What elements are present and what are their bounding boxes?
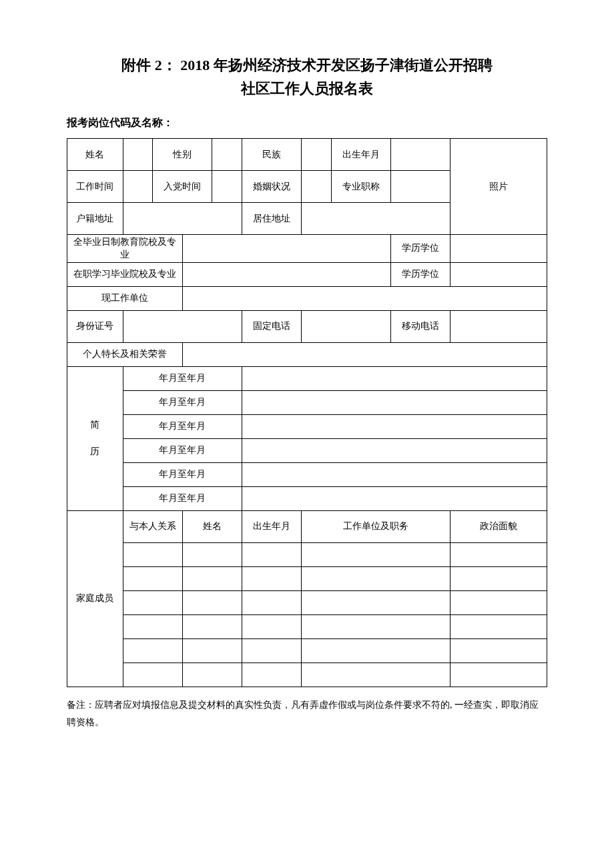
label-fam-politics: 政治面貌 [450,510,547,542]
fam-politics-6[interactable] [450,663,547,687]
input-hukou[interactable] [123,203,242,235]
fam-birth-6[interactable] [242,663,301,687]
resume-period-4: 年月至年月 [123,438,242,462]
input-fulltime-edu[interactable] [182,235,390,262]
label-relation: 与本人关系 [123,510,182,542]
fam-name-2[interactable] [182,566,242,590]
label-onjob-edu: 在职学习毕业院校及专业 [67,262,183,286]
label-degree2: 学历学位 [390,262,450,286]
application-form: 姓名 性别 民族 出生年月 照片 工作时间 入党时间 婚姻状况 专业职称 户籍地… [67,138,547,687]
label-worktime: 工作时间 [67,171,123,203]
input-ethnicity[interactable] [302,139,332,171]
fam-politics-1[interactable] [450,542,547,566]
label-current-unit: 现工作单位 [67,286,183,310]
fam-relation-3[interactable] [123,590,182,614]
fam-name-3[interactable] [182,590,242,614]
label-mobile: 移动电话 [390,310,450,342]
resume-period-5: 年月至年月 [123,462,242,486]
input-mobile[interactable] [450,310,547,342]
fam-name-6[interactable] [182,663,242,687]
input-degree2[interactable] [450,262,547,286]
label-fulltime-edu: 全毕业日制教育院校及专业 [67,235,183,262]
label-ethnicity: 民族 [242,139,301,171]
photo-box: 照片 [450,139,547,235]
input-degree1[interactable] [450,235,547,262]
input-strengths[interactable] [182,342,547,366]
label-partytime: 入党时间 [153,171,212,203]
fam-relation-6[interactable] [123,663,182,687]
label-birth: 出生年月 [331,139,390,171]
resume-detail-1[interactable] [242,366,547,390]
label-hukou: 户籍地址 [67,203,123,235]
fam-politics-3[interactable] [450,590,547,614]
label-idno: 身份证号 [67,310,123,342]
fam-relation-4[interactable] [123,614,182,638]
input-current-unit[interactable] [182,286,547,310]
input-gender[interactable] [212,139,242,171]
footnote: 备注：应聘者应对填报信息及提交材料的真实性负责，凡有弄虚作假或与岗位条件要求不符… [67,697,547,732]
fam-birth-5[interactable] [242,638,301,663]
resume-period-2: 年月至年月 [123,390,242,414]
fam-birth-4[interactable] [242,614,301,638]
fam-name-1[interactable] [182,542,242,566]
input-marital[interactable] [302,171,332,203]
resume-detail-5[interactable] [242,462,547,486]
fam-birth-3[interactable] [242,590,301,614]
fam-relation-1[interactable] [123,542,182,566]
label-residence: 居住地址 [242,203,301,235]
fam-politics-4[interactable] [450,614,547,638]
page-title: 附件 2： 2018 年扬州经济技术开发区扬子津街道公开招聘 社区工作人员报名表 [67,53,547,100]
resume-detail-3[interactable] [242,414,547,438]
title-line2: 社区工作人员报名表 [241,80,373,97]
input-idno[interactable] [123,310,242,342]
input-birth[interactable] [390,139,450,171]
fam-work-1[interactable] [302,542,450,566]
label-resume: 简 历 [67,366,123,510]
fam-politics-5[interactable] [450,638,547,663]
label-resume-1: 简 [70,419,120,431]
label-strengths: 个人特长及相关荣誉 [67,342,183,366]
fam-name-4[interactable] [182,614,242,638]
input-onjob-edu[interactable] [182,262,390,286]
resume-period-3: 年月至年月 [123,414,242,438]
fam-work-6[interactable] [302,663,450,687]
input-fixed-phone[interactable] [302,310,391,342]
title-line1: 附件 2： 2018 年扬州经济技术开发区扬子津街道公开招聘 [121,57,493,73]
input-protitle[interactable] [390,171,450,203]
resume-detail-4[interactable] [242,438,547,462]
fam-name-5[interactable] [182,638,242,663]
fam-work-3[interactable] [302,590,450,614]
label-fixed-phone: 固定电话 [242,310,301,342]
resume-detail-6[interactable] [242,486,547,510]
fam-work-5[interactable] [302,638,450,663]
fam-birth-1[interactable] [242,542,301,566]
input-name[interactable] [123,139,153,171]
label-fam-work: 工作单位及职务 [302,510,450,542]
label-name: 姓名 [67,139,123,171]
label-protitle: 专业职称 [331,171,390,203]
resume-period-1: 年月至年月 [123,366,242,390]
label-resume-2: 历 [70,446,120,458]
input-partytime[interactable] [212,171,242,203]
label-fam-name: 姓名 [182,510,242,542]
fam-relation-2[interactable] [123,566,182,590]
resume-period-6: 年月至年月 [123,486,242,510]
fam-work-4[interactable] [302,614,450,638]
input-worktime[interactable] [123,171,153,203]
label-marital: 婚姻状况 [242,171,301,203]
fam-relation-5[interactable] [123,638,182,663]
label-gender: 性别 [153,139,212,171]
resume-detail-2[interactable] [242,390,547,414]
input-residence[interactable] [302,203,450,235]
fam-birth-2[interactable] [242,566,301,590]
sub-heading: 报考岗位代码及名称： [67,116,547,130]
label-family: 家庭成员 [67,510,123,687]
fam-work-2[interactable] [302,566,450,590]
label-degree1: 学历学位 [390,235,450,262]
label-fam-birth: 出生年月 [242,510,301,542]
fam-politics-2[interactable] [450,566,547,590]
